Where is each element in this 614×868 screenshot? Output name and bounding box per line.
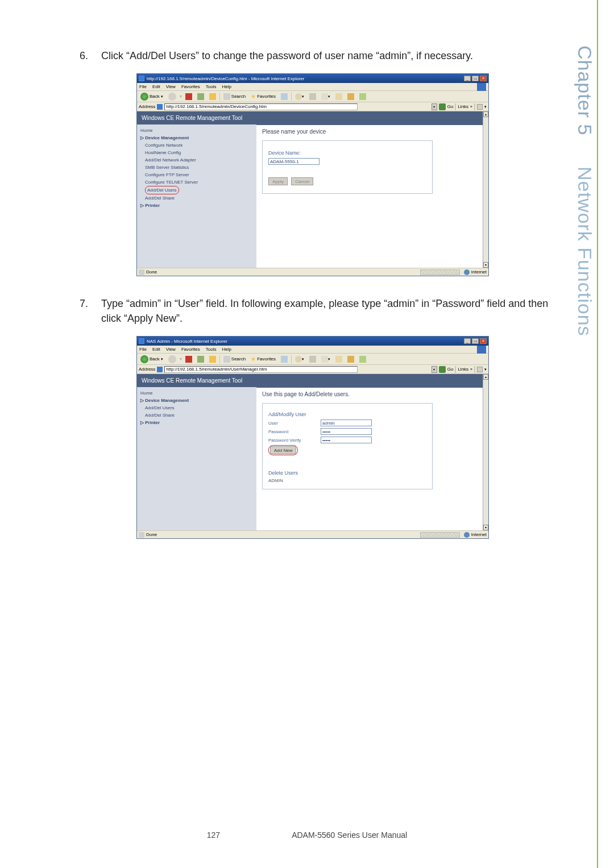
menu-edit[interactable]: Edit [152,84,160,89]
go-label: Go [447,367,454,372]
go-button[interactable] [439,103,446,110]
stop-button[interactable] [184,355,194,364]
back-button[interactable]: Back▾ [139,355,165,364]
delete-users-heading: Delete Users [268,470,426,476]
page-icon [157,104,163,110]
user-input[interactable]: admin [321,420,372,426]
toolbar-extra-icon[interactable] [477,104,483,110]
password-input[interactable]: ••••• [321,428,372,435]
nav-add-del-share[interactable]: Add/Del Share [145,412,256,419]
password-verify-input[interactable]: ••••• [321,437,372,443]
address-dropdown[interactable]: ▾ [432,366,437,373]
refresh-button[interactable] [196,92,206,101]
favorites-button[interactable]: ★Favorites [249,92,277,101]
menu-favorites[interactable]: Favorites [181,347,200,352]
history-button[interactable] [279,355,289,364]
refresh-button[interactable] [196,355,206,364]
status-grip [420,532,460,538]
extra-button[interactable] [358,355,368,364]
nav-configure-ftp-server[interactable]: Configure FTP Server [145,171,256,178]
go-button[interactable] [439,366,446,373]
messenger-button[interactable] [346,92,356,101]
vertical-scrollbar[interactable]: ▴ ▾ [483,374,488,530]
menu-file[interactable]: File [139,84,147,89]
close-button[interactable]: × [480,338,487,344]
nav-home[interactable]: Home [140,127,256,134]
search-button[interactable]: Search [222,92,247,101]
scroll-down-icon[interactable]: ▾ [483,262,488,268]
toolbar-extra-icon[interactable] [477,367,483,372]
nav-add-del-share[interactable]: Add/Del Share [145,194,256,202]
menu-view[interactable]: View [166,347,176,352]
print-button[interactable] [308,355,318,364]
chapter-number: Chapter 5 [574,45,596,135]
nav-hostname-config[interactable]: HostName Config [145,149,256,156]
menu-view[interactable]: View [166,84,176,89]
history-button[interactable] [279,92,289,101]
menu-file[interactable]: File [139,347,147,352]
edit-button[interactable]: ▾ [320,92,332,101]
maximize-button[interactable]: ▭ [472,76,479,81]
back-button[interactable]: Back▾ [139,92,165,101]
nav-add-del-network-adapter[interactable]: Add/Del Network Adapter [145,156,256,164]
nav-add-del-users[interactable]: Add/Del Users [145,404,256,412]
nav-home[interactable]: Home [140,389,256,397]
messenger-button[interactable] [346,355,356,364]
menu-tools[interactable]: Tools [206,84,217,89]
nav-printer[interactable]: ▷ Printer [140,419,256,426]
menu-help[interactable]: Help [222,347,231,352]
maximize-button[interactable]: ▭ [472,338,479,344]
scroll-up-icon[interactable]: ▴ [483,111,488,117]
address-bar: Address http://192.168.1.5/remoteadmin/U… [137,365,488,374]
nav-configure-network[interactable]: Configure Network [145,142,256,149]
nav-add-del-users[interactable]: Add/Del Users [145,186,179,194]
close-button[interactable]: × [480,76,487,81]
forward-button[interactable] [167,92,178,101]
home-button[interactable] [208,355,218,364]
nav-printer[interactable]: ▷ Printer [140,202,256,209]
address-dropdown[interactable]: ▾ [432,103,437,110]
mail-button[interactable]: ▾ [293,92,306,101]
add-new-button[interactable]: Add New [270,446,296,454]
menu-edit[interactable]: Edit [152,347,160,352]
discuss-button[interactable] [334,355,344,364]
vertical-scrollbar[interactable]: ▴ ▾ [483,111,488,268]
print-button[interactable] [308,92,318,101]
address-input[interactable]: http://192.168.1.5/remoteadmin/UserManag… [164,366,358,373]
address-bar: Address http://192.168.1.5/remoteadmin/D… [137,102,488,111]
minimize-button[interactable]: _ [464,76,471,81]
page-number: 127 [207,830,220,840]
nav-smb-server-statistics[interactable]: SMB Server Statistics [145,164,256,171]
minimize-button[interactable]: _ [464,338,471,344]
delete-user-item[interactable]: ADMIN [268,478,426,483]
extra-button[interactable] [358,92,368,101]
scroll-down-icon[interactable]: ▾ [483,525,488,530]
scroll-up-icon[interactable]: ▴ [483,374,488,380]
page-heading: Please name your device [262,128,483,135]
cancel-button[interactable]: Cancel [291,177,313,185]
go-label: Go [447,104,454,109]
links-label[interactable]: Links [458,367,468,372]
page-heading: Use this page to Add/Delete users. [262,391,483,397]
address-input[interactable]: http://192.168.1.5/remoteadmin/DeviceCon… [164,103,358,110]
nav-device-management[interactable]: ▷ Device Management [140,397,256,404]
discuss-button[interactable] [334,92,344,101]
user-label: User [268,421,314,426]
nav-device-management[interactable]: ▷ Device Management [140,134,256,142]
device-name-input[interactable]: ADAM-5550-1 [268,158,320,165]
edit-button[interactable]: ▾ [320,355,332,364]
mail-button[interactable]: ▾ [293,355,306,364]
nav-configure-telnet-server[interactable]: Configure TELNET Server [145,178,256,186]
links-label[interactable]: Links [458,104,468,109]
apply-button[interactable]: Apply [268,177,288,185]
stop-button[interactable] [184,92,194,101]
menu-tools[interactable]: Tools [206,347,217,352]
search-button[interactable]: Search [222,355,247,364]
favorites-button[interactable]: ★Favorites [249,355,277,364]
home-button[interactable] [208,92,218,101]
internet-zone-icon [464,269,470,275]
menu-help[interactable]: Help [222,84,231,89]
menu-favorites[interactable]: Favorites [181,84,200,89]
forward-button[interactable] [167,355,178,364]
page-side-bar [597,0,614,868]
